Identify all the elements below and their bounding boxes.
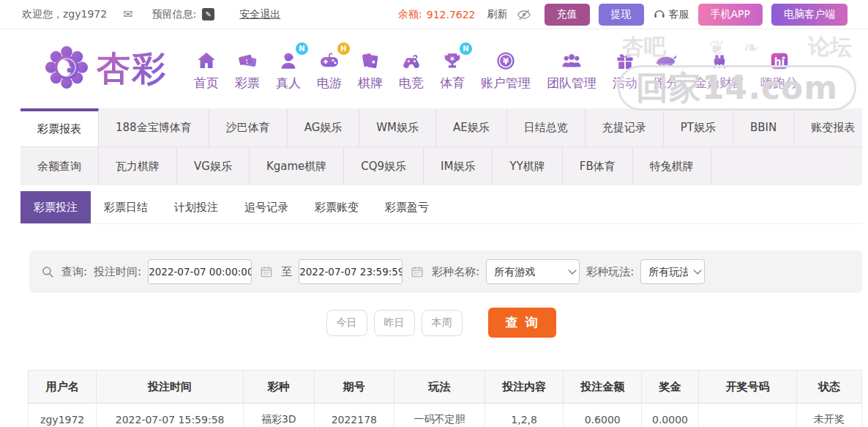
- tab-fb-sport[interactable]: FB体育: [563, 147, 633, 185]
- esports-controller-icon: [400, 47, 423, 72]
- eye-slash-icon[interactable]: [517, 7, 531, 22]
- play-type-label: 彩种玩法:: [586, 265, 634, 279]
- deposit-button[interactable]: 充值: [545, 4, 590, 26]
- nav-item-home[interactable]: 首页: [186, 47, 227, 92]
- nav-item-lottery[interactable]: 彩票: [227, 47, 268, 92]
- to-label: 至: [281, 265, 292, 279]
- game-select[interactable]: 所有游戏: [486, 259, 580, 284]
- col-lottery-type: 彩种: [243, 371, 314, 404]
- this-week-button[interactable]: 本周: [422, 310, 463, 336]
- nav-label: 活动: [613, 75, 637, 92]
- cell-username: zgy1972: [29, 404, 97, 427]
- bet-time-from-input[interactable]: [148, 259, 252, 284]
- calendar-icon[interactable]: [411, 265, 424, 278]
- tab-ae[interactable]: AE娱乐: [436, 108, 507, 146]
- tab-saba-sport[interactable]: 沙巴体育: [209, 108, 288, 146]
- nav-label: 电游: [317, 75, 342, 92]
- customer-service-label: 客服: [669, 8, 689, 21]
- table-row: zgy1972 2022-07-07 15:59:58 福彩3D 2022178…: [29, 404, 862, 427]
- cell-prize: 0.0000: [642, 404, 698, 427]
- nav-item-jinding[interactable]: 金鼎财富: [686, 47, 752, 92]
- refresh-button[interactable]: 刷新: [487, 8, 508, 21]
- nav-item-cards[interactable]: 棋牌: [350, 47, 391, 92]
- pc-client-button[interactable]: 电脑客户端: [771, 4, 848, 26]
- customer-service-button[interactable]: 客服: [653, 7, 689, 22]
- quick-actions: 今日 昨日 本周 查 询: [20, 308, 862, 338]
- col-prize: 奖金: [642, 371, 698, 404]
- welcome-text: 欢迎您，zgy1972: [22, 8, 107, 21]
- cards-icon: [359, 47, 381, 72]
- tab-balance-query[interactable]: 余额查询: [20, 147, 99, 185]
- tab-wm[interactable]: WM娱乐: [359, 108, 436, 146]
- svg-text:ZuXC: ZuXC: [661, 63, 669, 67]
- tab-cq9[interactable]: CQ9娱乐: [344, 147, 424, 185]
- team-icon: [560, 47, 583, 72]
- tab-188-sport[interactable]: 188金宝博体育: [99, 108, 209, 146]
- subtab-plan-bets[interactable]: 计划投注: [161, 191, 231, 223]
- tab-lottery-report[interactable]: 彩票报表: [20, 108, 99, 146]
- col-bet-content: 投注内容: [485, 371, 564, 404]
- nav-label: 跑分: [654, 75, 678, 92]
- new-badge: N: [296, 42, 308, 55]
- reserved-info-label: 预留信息:: [152, 8, 197, 21]
- nav-item-account[interactable]: ¥ 账户管理: [473, 47, 539, 92]
- tab-pt[interactable]: PT娱乐: [664, 108, 733, 146]
- game-name-label: 彩种名称:: [432, 265, 479, 279]
- edit-icon[interactable]: ✎: [202, 8, 214, 21]
- today-button[interactable]: 今日: [326, 310, 367, 336]
- yesterday-button[interactable]: 昨日: [374, 310, 415, 336]
- nav-item-sports[interactable]: N 体育: [432, 47, 473, 92]
- search-button[interactable]: 查 询: [488, 308, 557, 338]
- nav-item-paofen[interactable]: ZuXC 跑分: [646, 47, 686, 92]
- bet-time-to-input[interactable]: [299, 259, 403, 284]
- subtab-lottery-profit-loss[interactable]: 彩票盈亏: [372, 191, 442, 223]
- nav-label: 电竞: [399, 75, 424, 92]
- cell-lottery-type: 福彩3D: [243, 404, 314, 427]
- query-label: 查询:: [61, 265, 87, 279]
- tab-wali-cards[interactable]: 瓦力棋牌: [99, 147, 177, 185]
- nav-label: 金鼎财富: [695, 75, 744, 92]
- top-bar: 欢迎您，zgy1972 ✉ 预留信息: ✎ 安全退出 余额: 912.7622 …: [0, 0, 868, 29]
- col-draw-number: 开奖号码: [698, 371, 796, 404]
- tab-yy-cards[interactable]: YY棋牌: [493, 147, 562, 185]
- logout-link[interactable]: 安全退出: [239, 8, 280, 21]
- nav-item-hipaofen[interactable]: hi 嗨跑分: [752, 47, 806, 92]
- gift-icon: [614, 47, 636, 72]
- nav-item-promo[interactable]: 活动: [605, 47, 646, 92]
- nav-item-esports[interactable]: 电竞: [391, 47, 432, 92]
- play-type-select[interactable]: 所有玩法: [640, 259, 705, 284]
- watermark-right-text: 论坛: [808, 32, 852, 62]
- nav-item-live[interactable]: N 真人: [268, 47, 309, 92]
- mobile-app-button[interactable]: 手机APP: [698, 4, 763, 26]
- rhino-logo-icon: ZuXC: [654, 47, 678, 72]
- tab-daily-summary[interactable]: 日结总览: [507, 108, 585, 146]
- mail-icon[interactable]: ✉: [123, 7, 132, 21]
- tab-account-change-report[interactable]: 账变报表: [794, 108, 868, 146]
- logo-text: 杏彩: [97, 46, 167, 92]
- subtab-chase-records[interactable]: 追号记录: [231, 191, 302, 223]
- col-play-type: 玩法: [394, 371, 485, 404]
- hi-icon: hi: [768, 47, 790, 72]
- tab-tetu-cards[interactable]: 特兔棋牌: [633, 147, 711, 185]
- tab-vg[interactable]: VG娱乐: [177, 147, 250, 185]
- nav-label: 棋牌: [358, 75, 383, 92]
- nav-item-egame[interactable]: H 电游: [309, 47, 350, 92]
- subtab-lottery-daily[interactable]: 彩票日结: [91, 191, 161, 223]
- cell-issue-number: 2022178: [314, 404, 394, 427]
- tab-kgame[interactable]: Kgame棋牌: [250, 147, 344, 185]
- site-logo[interactable]: 杏彩: [44, 45, 167, 93]
- tab-ag[interactable]: AG娱乐: [288, 108, 360, 146]
- withdraw-button[interactable]: 提现: [599, 4, 644, 26]
- col-bet-time: 投注时间: [97, 371, 243, 404]
- tab-im[interactable]: IM娱乐: [424, 147, 493, 185]
- subtab-lottery-account-change[interactable]: 彩票账变: [302, 191, 372, 223]
- report-tabs-row2: 余额查询 瓦力棋牌 VG娱乐 Kgame棋牌 CQ9娱乐 IM娱乐 YY棋牌 F…: [20, 147, 862, 185]
- nav-item-team[interactable]: 团队管理: [539, 47, 605, 92]
- tab-bbin[interactable]: BBIN: [733, 108, 794, 146]
- cell-draw-number: [698, 404, 796, 427]
- calendar-icon[interactable]: [260, 265, 273, 278]
- tab-deposit-withdraw-records[interactable]: 充提记录: [585, 108, 664, 146]
- svg-text:¥: ¥: [503, 56, 509, 67]
- subtab-lottery-bets[interactable]: 彩票投注: [20, 191, 91, 223]
- col-issue-number: 期号: [314, 371, 394, 404]
